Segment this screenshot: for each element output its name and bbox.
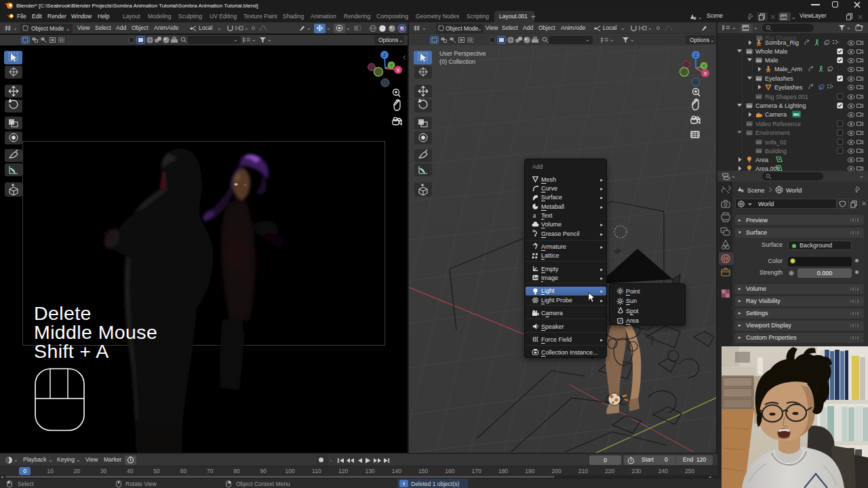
svg-text:X: X	[397, 68, 400, 73]
svg-text:a: a	[533, 211, 536, 219]
svg-text:Rig Shapes.001: Rig Shapes.001	[765, 94, 808, 100]
svg-text:Environment: Environment	[755, 129, 790, 136]
svg-text:Eyelashes: Eyelashes	[765, 75, 793, 82]
svg-text:Male: Male	[765, 57, 778, 64]
svg-text:Z: Z	[694, 53, 698, 58]
svg-text:Z: Z	[383, 53, 387, 58]
svg-text:Whole Male: Whole Male	[755, 48, 788, 55]
svg-text:X: X	[704, 71, 707, 76]
svg-text:Area: Area	[755, 157, 768, 163]
svg-text:Male_Arm: Male_Arm	[774, 66, 802, 73]
svg-text:Sombra_Rig: Sombra_Rig	[765, 39, 799, 46]
svg-text:Scene: Scene	[747, 187, 765, 194]
svg-text:Building: Building	[765, 148, 787, 155]
svg-text:Y: Y	[390, 63, 393, 68]
svg-text:Eyelashes: Eyelashes	[774, 84, 803, 91]
svg-text:Camera: Camera	[765, 111, 787, 118]
svg-text:Y: Y	[703, 64, 706, 68]
svg-text:World: World	[786, 187, 802, 194]
svg-text:Video Reference: Video Reference	[755, 121, 801, 127]
svg-text:sofa_02: sofa_02	[765, 139, 787, 146]
svg-text:Camera & Lighting: Camera & Lighting	[755, 102, 806, 109]
